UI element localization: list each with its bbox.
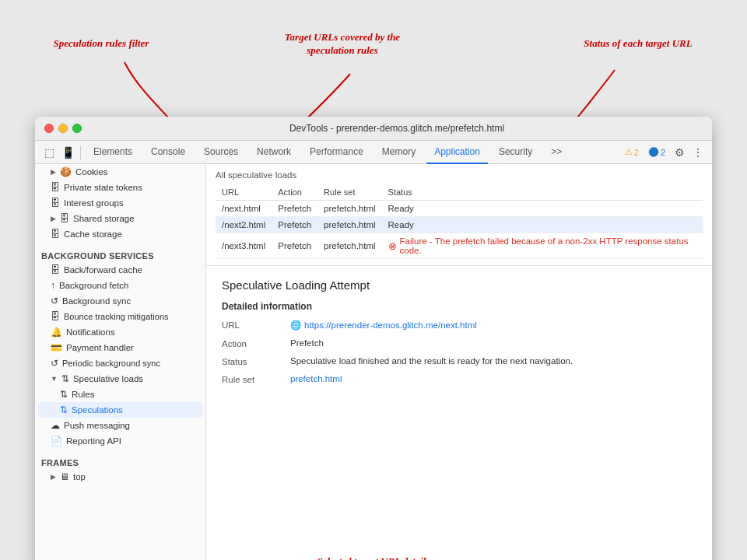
sidebar-item-bg-fetch[interactable]: ↑ Background fetch xyxy=(38,278,202,293)
sidebar-item-reporting[interactable]: 📄 Reporting API xyxy=(38,433,202,449)
annotation-selected: Selected target URL details xyxy=(288,555,459,560)
sidebar-item-bfcache[interactable]: 🗄 Back/forward cache xyxy=(38,262,202,278)
status-error: ⊗Failure - The prefetch failed because o… xyxy=(388,236,696,255)
expand-icon: ▼ xyxy=(51,375,58,383)
sidebar-item-speculations[interactable]: ⇅ Speculations xyxy=(38,402,202,418)
private-state-icon: 🗄 xyxy=(51,182,60,193)
content-pane: All speculative loads URL Action Rule se… xyxy=(206,164,712,560)
tab-memory[interactable]: Memory xyxy=(374,141,423,164)
tab-security[interactable]: Security xyxy=(491,141,540,164)
table-row[interactable]: /next.htmlPrefetchprefetch.htmlReady xyxy=(216,201,703,217)
bounce-icon: 🗄 xyxy=(51,311,60,322)
sidebar-item-top[interactable]: ▶ 🖥 top xyxy=(38,469,202,485)
detail-link[interactable]: https://prerender-demos.glitch.me/next.h… xyxy=(304,320,477,330)
detail-row: ActionPrefetch xyxy=(222,338,696,348)
sidebar-label: Speculations xyxy=(72,405,123,415)
detail-row-value[interactable]: prefetch.html xyxy=(290,374,696,383)
tab-network[interactable]: Network xyxy=(249,141,299,164)
table-row[interactable]: /next2.htmlPrefetchprefetch.htmlReady xyxy=(216,217,703,233)
sidebar-item-notifications[interactable]: 🔔 Notifications xyxy=(38,324,202,340)
maximize-button[interactable] xyxy=(72,124,82,133)
cursor-icon[interactable]: ⬚ xyxy=(41,145,57,160)
sidebar-label: Cache storage xyxy=(64,229,122,239)
warning-badge: ⚠ 2 xyxy=(622,146,642,158)
sidebar-label: Speculative loads xyxy=(73,374,143,383)
table-section-title: All speculative loads xyxy=(216,170,703,180)
sidebar-label: Background sync xyxy=(62,296,131,306)
sidebar-label: Push messaging xyxy=(64,421,130,430)
speculative-loads-icon: ⇅ xyxy=(61,373,69,384)
device-icon[interactable]: 📱 xyxy=(60,145,75,160)
table-row[interactable]: /next3.htmlPrefetchprefetch.html⊗Failure… xyxy=(216,233,703,259)
cell-ruleset: prefetch.html xyxy=(317,233,381,259)
tab-elements[interactable]: Elements xyxy=(86,141,140,164)
bg-fetch-icon: ↑ xyxy=(51,280,55,291)
cell-url: /next2.html xyxy=(216,217,272,233)
sidebar-item-shared-storage[interactable]: ▶ 🗄 Shared storage xyxy=(38,211,202,226)
detail-row-label: Status xyxy=(222,356,278,366)
cell-action: Prefetch xyxy=(272,201,317,217)
tab-performance[interactable]: Performance xyxy=(302,141,371,164)
cell-status: Ready xyxy=(382,217,703,233)
detail-row: Rule setprefetch.html xyxy=(222,374,696,384)
expand-icon: ▶ xyxy=(51,168,56,176)
cell-action: Prefetch xyxy=(272,233,317,259)
sidebar-item-private-state[interactable]: 🗄 Private state tokens xyxy=(38,180,202,195)
title-bar: DevTools - prerender-demos.glitch.me/pre… xyxy=(35,117,712,141)
sidebar: ▶ 🍪 Cookies 🗄 Private state tokens 🗄 Int… xyxy=(35,164,206,560)
tab-more[interactable]: >> xyxy=(543,141,570,164)
sidebar-item-rules[interactable]: ⇅ Rules xyxy=(38,387,202,402)
col-status: Status xyxy=(382,184,703,201)
detail-rows-container: URL🌐https://prerender-demos.glitch.me/ne… xyxy=(222,320,696,384)
page-outer: Speculation rules filter Target URLs cov… xyxy=(23,16,724,560)
sidebar-label: Back/forward cache xyxy=(64,265,142,275)
sidebar-item-interest[interactable]: 🗄 Interest groups xyxy=(38,195,202,211)
cell-action: Prefetch xyxy=(272,217,317,233)
detail-row: URL🌐https://prerender-demos.glitch.me/ne… xyxy=(222,320,696,331)
expand-icon: ▶ xyxy=(51,215,56,222)
shared-storage-icon: 🗄 xyxy=(60,213,69,224)
cell-status: Ready xyxy=(382,201,703,217)
more-icon[interactable]: ⋮ xyxy=(690,145,706,160)
sidebar-label: top xyxy=(73,472,86,481)
sidebar-label: Cookies xyxy=(75,167,108,177)
main-content: ▶ 🍪 Cookies 🗄 Private state tokens 🗄 Int… xyxy=(35,164,712,560)
sidebar-item-cookies[interactable]: ▶ 🍪 Cookies xyxy=(38,164,202,180)
toolbar-divider-1 xyxy=(80,145,81,159)
sidebar-item-bounce[interactable]: 🗄 Bounce tracking mitigations xyxy=(38,309,202,324)
tab-console[interactable]: Console xyxy=(143,141,193,164)
sidebar-item-push[interactable]: ☁ Push messaging xyxy=(38,418,202,433)
cell-url: /next.html xyxy=(216,201,272,217)
sidebar-item-periodic-sync[interactable]: ↺ Periodic background sync xyxy=(38,355,202,371)
detail-row-value[interactable]: 🌐https://prerender-demos.glitch.me/next.… xyxy=(290,320,696,331)
tab-sources[interactable]: Sources xyxy=(196,141,246,164)
sidebar-item-speculative-loads[interactable]: ▼ ⇅ Speculative loads xyxy=(38,371,202,387)
bfcache-icon: 🗄 xyxy=(51,264,60,275)
bg-sync-icon: ↺ xyxy=(51,296,58,306)
detail-area: Speculative Loading Attempt Detailed inf… xyxy=(206,266,712,404)
sidebar-label: Payment handler xyxy=(66,343,134,352)
detail-title: Speculative Loading Attempt xyxy=(222,278,696,292)
cache-icon: 🗄 xyxy=(51,229,60,240)
notifications-icon: 🔔 xyxy=(51,327,62,338)
sidebar-item-cache[interactable]: 🗄 Cache storage xyxy=(38,226,202,242)
sidebar-label: Notifications xyxy=(66,327,115,337)
sidebar-item-payment[interactable]: 💳 Payment handler xyxy=(38,340,202,355)
annotation-target: Target URLs covered by the speculation r… xyxy=(272,31,412,58)
annotation-status: Status of each target URL xyxy=(576,37,700,51)
error-badge: 🔵 2 xyxy=(645,146,668,158)
periodic-sync-icon: ↺ xyxy=(51,358,58,369)
sidebar-label: Background fetch xyxy=(59,281,129,290)
rules-icon: ⇅ xyxy=(60,389,68,400)
annotation-speculation: Speculation rules filter xyxy=(39,37,163,51)
settings-icon[interactable]: ⚙ xyxy=(672,145,687,160)
sidebar-item-bg-sync[interactable]: ↺ Background sync xyxy=(38,293,202,309)
speculative-loads-table: URL Action Rule set Status /next.htmlPre… xyxy=(216,184,703,259)
col-action: Action xyxy=(272,184,317,201)
tab-application[interactable]: Application xyxy=(426,141,488,164)
push-icon: ☁ xyxy=(51,420,60,431)
detail-link[interactable]: prefetch.html xyxy=(290,374,342,383)
close-button[interactable] xyxy=(44,124,54,133)
minimize-button[interactable] xyxy=(58,124,68,133)
sidebar-label: Interest groups xyxy=(64,198,124,208)
